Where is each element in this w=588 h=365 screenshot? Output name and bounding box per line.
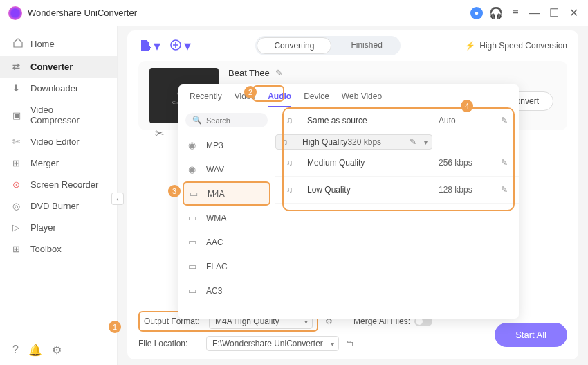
format-wav[interactable]: ◉WAV — [178, 157, 275, 181]
tab-converting[interactable]: Converting — [257, 37, 331, 54]
sidebar-label: DVD Burner — [30, 201, 79, 211]
tab-finished[interactable]: Finished — [333, 36, 400, 55]
folder-icon[interactable]: 🗀 — [346, 339, 354, 348]
headset-icon[interactable]: 🎧 — [490, 7, 502, 19]
toolbar: ▾ ▾ Converting Finished ⚡High Speed Conv… — [127, 30, 578, 61]
sidebar-item-dvd[interactable]: ◎DVD Burner — [0, 195, 117, 217]
sidebar-label: Home — [30, 39, 55, 49]
app-logo — [8, 6, 22, 20]
m4a-icon: ▭ — [190, 188, 201, 199]
sidebar-item-editor[interactable]: ✄Video Editor — [0, 131, 117, 152]
sidebar-label: Player — [30, 222, 56, 233]
edit-icon[interactable]: ✎ — [410, 137, 416, 147]
help-icon[interactable]: ? — [12, 344, 19, 357]
maximize-icon[interactable]: ☐ — [548, 7, 560, 19]
home-icon — [12, 37, 24, 51]
sidebar-item-compressor[interactable]: ▣Video Compressor — [0, 99, 117, 131]
sidebar-item-recorder[interactable]: ⊙Screen Recorder — [0, 174, 117, 195]
titlebar: Wondershare UniConverter ● 🎧 ≡ — ☐ ✕ — [0, 0, 588, 26]
format-mp3[interactable]: ◉MP3 — [178, 133, 275, 157]
quality-list: ♫Same as sourceAuto✎ ♫High Quality320 kb… — [275, 107, 519, 319]
quality-same[interactable]: ♫Same as sourceAuto✎ — [275, 107, 519, 134]
edit-icon[interactable]: ✎ — [501, 185, 508, 195]
sidebar-item-converter[interactable]: ⇄Converter — [0, 56, 117, 78]
sidebar-collapse[interactable]: ‹ — [111, 193, 124, 205]
tab-audio[interactable]: Audio — [268, 91, 291, 107]
disc-icon: ◉ — [188, 140, 199, 150]
sidebar-label: Converter — [30, 62, 73, 72]
aac-icon: ▭ — [188, 237, 199, 247]
flac-icon: ▭ — [188, 261, 199, 271]
high-speed-toggle[interactable]: ⚡High Speed Conversion — [465, 41, 567, 51]
sidebar-nav: Home ⇄Converter ⬇Downloader ▣Video Compr… — [0, 26, 117, 335]
disc-icon: ◉ — [188, 164, 199, 175]
sidebar-item-downloader[interactable]: ⬇Downloader — [0, 78, 117, 99]
compressor-icon: ▣ — [12, 110, 24, 121]
bolt-icon: ⚡ — [465, 41, 475, 51]
trim-icon[interactable]: ✂ — [155, 127, 164, 140]
mode-segment: Converting Finished — [255, 36, 400, 55]
edit-icon[interactable]: ✎ — [501, 158, 508, 168]
music-icon: ♫ — [286, 116, 299, 125]
format-ac3[interactable]: ▭AC3 — [178, 278, 275, 303]
tab-recently[interactable]: Recently — [190, 91, 222, 107]
sidebar: Home ⇄Converter ⬇Downloader ▣Video Compr… — [0, 26, 118, 365]
format-wma[interactable]: ▭WMA — [178, 206, 275, 230]
bell-icon[interactable]: 🔔 — [28, 344, 42, 357]
wma-icon: ▭ — [188, 213, 199, 223]
music-icon: ♫ — [286, 158, 299, 168]
sidebar-label: Video Compressor — [30, 105, 104, 125]
sidebar-item-merger[interactable]: ⊞Merger — [0, 152, 117, 174]
add-file-button[interactable]: ▾ — [138, 37, 160, 54]
user-avatar[interactable]: ● — [470, 7, 483, 19]
sidebar-item-toolbox[interactable]: ⊞Toolbox — [0, 238, 117, 260]
quality-medium[interactable]: ♫Medium Quality256 kbps✎ — [275, 150, 519, 177]
converter-icon: ⇄ — [12, 62, 24, 72]
close-icon[interactable]: ✕ — [567, 7, 580, 19]
file-name: Beat Thee — [228, 68, 270, 78]
format-flac[interactable]: ▭FLAC — [178, 254, 275, 278]
tab-device[interactable]: Device — [304, 91, 329, 107]
player-icon: ▷ — [12, 222, 24, 233]
callout-3: 3 — [168, 185, 181, 197]
recorder-icon: ⊙ — [12, 179, 24, 190]
quality-low[interactable]: ♫Low Quality128 kbps✎ — [275, 177, 519, 204]
sidebar-item-player[interactable]: ▷Player — [0, 217, 117, 238]
add-folder-button[interactable]: ▾ — [169, 37, 191, 54]
dvd-icon: ◎ — [12, 201, 24, 211]
minimize-icon[interactable]: — — [529, 7, 541, 19]
file-location-select[interactable]: F:\Wondershare UniConverter — [206, 336, 339, 351]
music-icon: ♫ — [282, 137, 294, 147]
edit-name-icon[interactable]: ✎ — [275, 68, 283, 78]
format-popup: Recently Video Audio Device Web Video 🔍 … — [178, 84, 519, 319]
tab-webvideo[interactable]: Web Video — [342, 91, 382, 107]
download-icon: ⬇ — [12, 83, 24, 94]
sidebar-label: Merger — [30, 158, 59, 168]
callout-2: 2 — [244, 86, 257, 98]
app-title: Wondershare UniConverter — [28, 8, 470, 18]
quality-high[interactable]: ♫High Quality320 kbps✎ — [275, 134, 432, 150]
merger-icon: ⊞ — [12, 158, 24, 168]
menu-icon[interactable]: ≡ — [509, 7, 522, 19]
callout-1: 1 — [109, 321, 121, 333]
start-all-button[interactable]: Start All — [495, 323, 567, 347]
sidebar-label: Video Editor — [30, 136, 80, 147]
file-location-label: File Location: — [138, 339, 199, 348]
sidebar-bottom: ? 🔔 ⚙ — [0, 335, 117, 365]
edit-icon[interactable]: ✎ — [501, 116, 508, 125]
format-aac[interactable]: ▭AAC — [178, 230, 275, 254]
format-search[interactable]: 🔍 — [185, 113, 268, 127]
sidebar-label: Downloader — [30, 83, 78, 94]
sidebar-item-home[interactable]: Home — [0, 32, 117, 56]
callout-4: 4 — [461, 100, 473, 112]
search-input[interactable] — [206, 116, 268, 125]
format-m4a[interactable]: ▭M4A — [183, 181, 270, 206]
editor-icon: ✄ — [12, 136, 24, 147]
toolbox-icon: ⊞ — [12, 244, 24, 254]
music-icon: ♫ — [286, 185, 299, 195]
settings-icon[interactable]: ⚙ — [52, 344, 62, 357]
sidebar-label: Screen Recorder — [30, 179, 98, 190]
format-list: 🔍 ◉MP3 ◉WAV ▭M4A ▭WMA ▭AAC ▭FLAC ▭AC3 — [178, 107, 275, 319]
ac3-icon: ▭ — [188, 285, 199, 296]
search-icon: 🔍 — [192, 116, 202, 125]
